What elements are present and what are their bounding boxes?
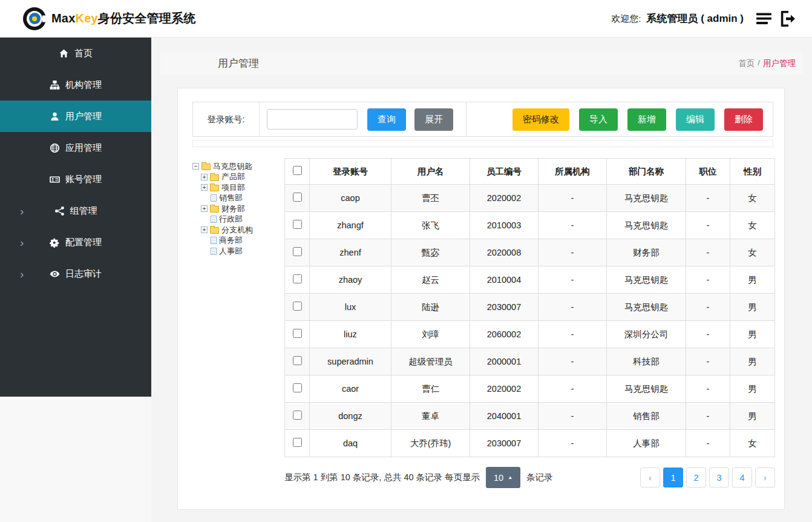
table-cell: 陆逊 [391,294,470,321]
expand-icon[interactable]: + [201,174,208,180]
table-cell: zhaoy [310,266,391,294]
expand-button[interactable]: 展开 [414,108,453,131]
table-cell: 甄宓 [391,239,470,266]
column-header: 所属机构 [539,159,607,185]
delete-button[interactable]: 删除 [724,108,763,131]
tree-node[interactable]: +财务部 [192,203,284,214]
top-bar: MaxKey身份安全管理系统 欢迎您: 系统管理员 ( admin ) [0,0,812,38]
table-cell: 赵云 [391,266,470,294]
brand-title: MaxKey身份安全管理系统 [51,10,195,27]
sidebar-item-audit[interactable]: ›日志审计 [0,258,151,289]
tree-node-label: 产品部 [221,171,245,182]
chevron-right-icon: › [20,205,24,217]
login-account-input[interactable] [267,109,358,130]
expand-icon[interactable]: + [201,184,208,191]
org-tree: −马克思钥匙+产品部+项目部销售部+财务部行政部+分支机构商务部人事部 [192,158,284,488]
table-cell: - [539,375,607,403]
sidebar-item-users[interactable]: 用户管理 [0,101,151,132]
tree-node[interactable]: 销售部 [192,193,284,204]
table-cell: 男 [730,348,775,375]
row-checkbox[interactable] [293,247,302,256]
table-cell: 董卓 [391,403,470,430]
top-icons [755,10,799,28]
row-checkbox[interactable] [293,302,302,311]
sidebar-item-home[interactable]: 首页 [0,38,151,69]
add-button[interactable]: 新增 [627,108,666,131]
tree-node[interactable]: 行政部 [192,214,284,225]
page-button-3[interactable]: 3 [709,467,729,487]
table-cell: - [539,266,607,294]
tree-node[interactable]: 商务部 [192,236,284,246]
row-checkbox[interactable] [293,438,302,447]
sidebar-item-org[interactable]: 机构管理 [0,69,151,101]
idcard-icon [50,174,60,185]
import-button[interactable]: 导入 [579,108,618,131]
breadcrumb-separator: / [758,58,760,69]
tree-node[interactable]: +分支机构 [192,225,284,236]
next-page-button[interactable]: › [755,467,775,487]
page-size-value: 10 [494,473,503,483]
table-cell: caor [310,375,391,403]
table-row[interactable]: zhaoy赵云2010004-马克思钥匙-男 [285,266,775,294]
eye-icon [50,269,60,279]
table-row[interactable]: zhangf张飞2010003-马克思钥匙-女 [285,212,775,239]
row-checkbox[interactable] [293,411,302,420]
table-cell: 大乔(乔玮) [391,430,470,457]
column-header: 登录账号 [310,159,391,185]
page-button-4[interactable]: 4 [732,467,752,487]
menu-hamburger-icon[interactable] [755,10,775,28]
table-row[interactable]: caop曹丕2020002-马克思钥匙-女 [285,185,775,212]
tree-node[interactable]: +项目部 [192,182,284,193]
sidebar-item-config[interactable]: ›配置管理 [0,226,151,258]
maxkey-logo [23,7,46,30]
row-checkbox-cell [285,348,310,375]
row-checkbox-cell [285,266,310,294]
expand-icon[interactable]: + [201,226,208,233]
table-cell: 人事部 [607,430,686,457]
password-change-button[interactable]: 密码修改 [512,108,569,131]
table-cell: 2030007 [470,294,539,321]
table-cell: 男 [730,294,775,321]
row-checkbox[interactable] [293,356,302,365]
breadcrumb-home-link[interactable]: 首页 [738,58,755,69]
tree-and-table: −马克思钥匙+产品部+项目部销售部+财务部行政部+分支机构商务部人事部 登录账号… [192,158,773,488]
row-checkbox[interactable] [293,220,302,229]
row-checkbox[interactable] [293,329,302,338]
page-button-2[interactable]: 2 [686,467,706,487]
tree-node[interactable]: +产品部 [192,172,284,183]
globe-icon [50,143,60,153]
table-cell: lux [310,294,391,321]
select-all-checkbox[interactable] [293,166,302,175]
search-button[interactable]: 查询 [367,108,406,131]
file-icon [211,237,217,244]
breadcrumb: 首页 / 用户管理 [738,58,796,69]
page-size-dropdown[interactable]: 10 ▲ [486,467,520,488]
record-summary: 显示第 1 到第 10 条记录, 总共 40 条记录 每页显示 10 ▲ 条记录 [284,467,553,488]
prev-page-button[interactable]: ‹ [640,467,660,487]
table-row[interactable]: dongz董卓2040001-销售部-男 [285,403,775,430]
sidebar-item-groups[interactable]: ›组管理 [0,195,151,226]
table-row[interactable]: caor曹仁2020002-马克思钥匙-男 [285,375,775,403]
collapse-icon[interactable]: − [192,163,199,170]
table-row[interactable]: zhenf甄宓2020008-财务部-女 [285,239,775,266]
row-checkbox[interactable] [293,383,302,392]
folder-icon [210,227,219,234]
table-row[interactable]: lux陆逊2030007-马克思钥匙-男 [285,294,775,321]
expand-icon[interactable]: + [201,205,208,212]
edit-button[interactable]: 编辑 [676,108,715,131]
table-cell: - [686,185,730,212]
sidebar-item-apps[interactable]: 应用管理 [0,132,151,164]
table-row[interactable]: superadmin超级管理员2000001-科技部-男 [285,348,775,375]
table-cell: 2010004 [470,266,539,294]
user-management-card: 登录账号: 查询 展开 密码修改导入新增编辑删除 −马克思钥匙+产品部+项目部销… [177,88,785,510]
table-row[interactable]: daq大乔(乔玮)2030007-人事部-女 [285,430,775,457]
row-checkbox[interactable] [293,193,302,202]
tree-node[interactable]: 人事部 [192,246,284,257]
row-checkbox[interactable] [293,274,302,283]
page-button-1[interactable]: 1 [663,467,683,487]
table-row[interactable]: liuz刘璋2060002-深圳分公司-男 [285,321,775,348]
logout-icon[interactable] [778,10,799,28]
sidebar-item-accounts[interactable]: 账号管理 [0,164,151,195]
tree-node-root[interactable]: −马克思钥匙 [192,161,284,172]
table-cell: liuz [310,321,391,348]
